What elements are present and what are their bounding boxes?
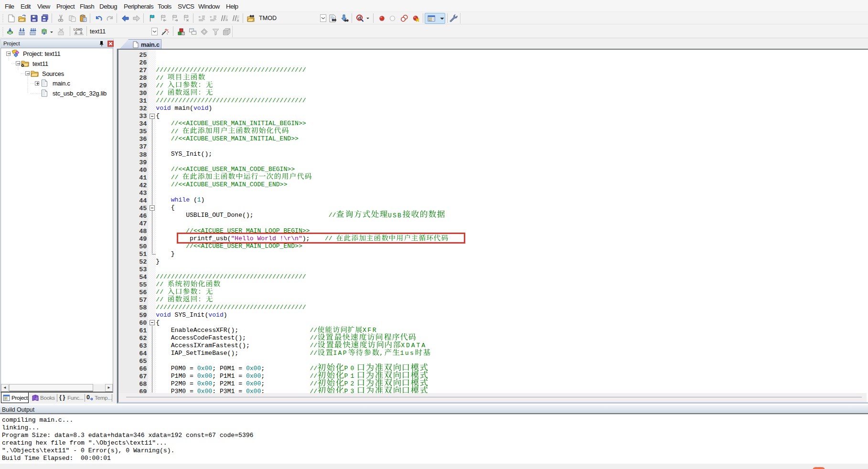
- svg-text:LOAD: LOAD: [74, 28, 83, 31]
- svg-text:d: d: [358, 15, 361, 21]
